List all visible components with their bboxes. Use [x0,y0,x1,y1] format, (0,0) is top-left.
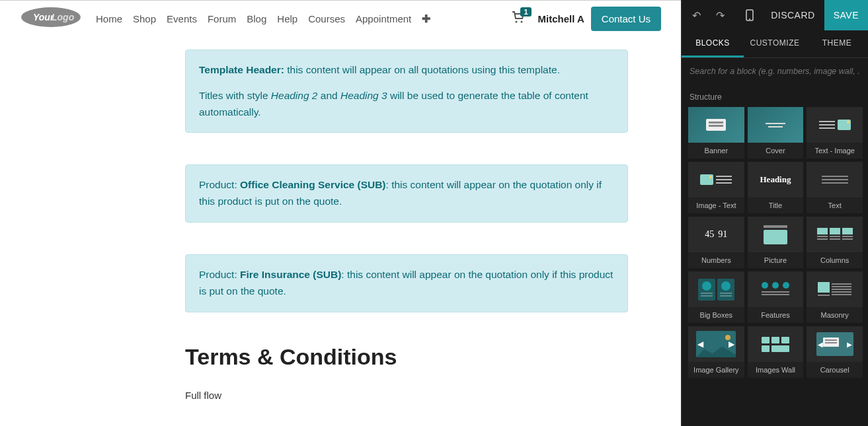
template-header-box[interactable]: Template Header: this content will appea… [185,50,628,133]
block-text[interactable]: Text [807,162,863,213]
nav-help[interactable]: Help [277,13,297,24]
top-navigation: Your Logo Home Shop Events Forum Blog He… [0,1,681,36]
redo-icon[interactable]: ↷ [709,5,730,26]
structure-section-label: Structure [690,92,863,102]
block-search-row [682,58,868,83]
block-text-image[interactable]: Text - Image [807,107,863,159]
block-images-wall[interactable]: Images Wall [748,326,804,378]
product-box-office-cleaning[interactable]: Product: Office Cleaning Service (SUB): … [185,164,628,223]
terms-heading[interactable]: Terms & Conditions [185,344,628,370]
block-image-gallery[interactable]: ◀▶Image Gallery [688,326,744,378]
discard-button[interactable]: DISCARD [762,0,824,30]
undo-icon[interactable]: ↶ [686,5,707,26]
nav-courses[interactable]: Courses [308,13,345,24]
nav-events[interactable]: Events [167,13,197,24]
editor-toolbar: ↶ ↷ DISCARD SAVE [682,0,868,30]
username[interactable]: Mitchell A [538,13,584,24]
cart-button[interactable]: 1 [512,11,525,26]
block-search-input[interactable] [690,67,860,76]
nav-home[interactable]: Home [96,13,122,24]
save-button[interactable]: SAVE [824,0,868,30]
block-cover[interactable]: Cover [748,107,804,159]
editor-sidebar: ↶ ↷ DISCARD SAVE BLOCKS CUSTOMIZE THEME … [681,0,868,426]
page-content[interactable]: Template Header: this content will appea… [0,36,661,426]
block-carousel[interactable]: ◀▶Carousel [807,326,863,378]
block-picture[interactable]: Picture [748,217,804,268]
template-header-label: Template Header: [199,64,284,75]
tab-customize[interactable]: CUSTOMIZE [744,30,806,57]
block-features[interactable]: Features [748,271,804,323]
tab-theme[interactable]: THEME [806,30,868,57]
full-flow-text[interactable]: Full flow [185,390,628,401]
blocks-panel[interactable]: Structure Banner Cover Text - Image Imag… [682,83,868,426]
block-columns[interactable]: Columns [807,217,863,268]
nav-appointment[interactable]: Appointment [356,13,411,24]
svg-text:Logo: Logo [52,12,75,22]
block-image-text[interactable]: Image - Text [688,162,744,213]
block-banner[interactable]: Banner [688,107,744,159]
nav-links: Home Shop Events Forum Blog Help Courses… [96,13,430,25]
add-page-icon[interactable]: ✚ [422,13,430,25]
svg-point-6 [749,18,750,20]
cart-badge: 1 [520,7,531,17]
product-box-fire-insurance[interactable]: Product: Fire Insurance (SUB): this cont… [185,254,628,312]
block-title[interactable]: HeadingTitle [748,162,804,213]
svg-point-4 [520,21,522,23]
block-numbers[interactable]: 4591Numbers [688,217,744,268]
editor-tabs: BLOCKS CUSTOMIZE THEME [682,30,868,58]
logo[interactable]: Your Logo [20,6,83,31]
nav-shop[interactable]: Shop [133,13,156,24]
block-big-boxes[interactable]: Big Boxes [688,271,744,323]
contact-us-button[interactable]: Contact Us [591,7,661,31]
main-content-area: Your Logo Home Shop Events Forum Blog He… [0,0,681,426]
nav-blog[interactable]: Blog [247,13,266,24]
nav-forum[interactable]: Forum [208,13,236,24]
block-masonry[interactable]: Masonry [807,271,863,323]
mobile-preview-icon[interactable] [738,0,762,30]
tab-blocks[interactable]: BLOCKS [682,30,744,57]
svg-point-3 [515,21,517,23]
